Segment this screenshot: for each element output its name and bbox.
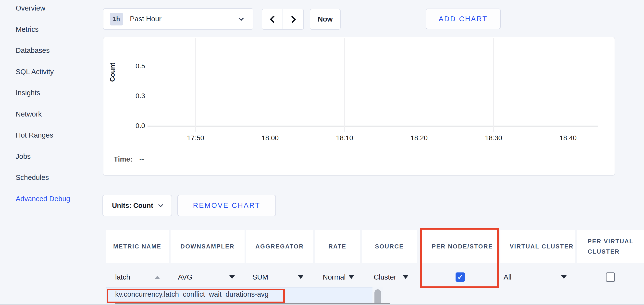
metric-name-value: latch	[115, 273, 130, 281]
virtual-cluster-select[interactable]: All	[500, 263, 576, 291]
sidebar-item-hot-ranges[interactable]: Hot Ranges	[16, 131, 96, 139]
add-chart-button[interactable]: ADD CHART	[426, 8, 501, 29]
x-gridline	[568, 38, 568, 132]
caret-down-icon	[298, 275, 304, 279]
chevron-down-icon	[158, 202, 163, 207]
sidebar-item-metrics[interactable]: Metrics	[16, 25, 96, 33]
units-select-label: Units: Count	[112, 202, 153, 210]
units-select[interactable]: Units: Count	[102, 195, 172, 216]
column-header-virtual-cluster: VIRTUAL CLUSTER	[500, 230, 576, 263]
sidebar-item-advanced-debug[interactable]: Advanced Debug	[16, 195, 96, 203]
sidebar-item-network[interactable]: Network	[16, 110, 96, 118]
sidebar-item-databases[interactable]: Databases	[16, 46, 96, 55]
column-header-metric-name: METRIC NAME	[106, 230, 169, 263]
page-bottom-divider	[0, 304, 644, 305]
sidebar-item-schedules[interactable]: Schedules	[16, 173, 96, 182]
chevron-right-icon	[288, 15, 296, 23]
per-virtual-cluster-checkbox[interactable]	[606, 273, 615, 282]
x-gridline	[419, 38, 419, 132]
metric-suggestion-item[interactable]: kv.concurrency.latch_conflict_wait_durat…	[115, 290, 268, 299]
prev-time-button[interactable]	[262, 9, 282, 29]
time-readout: Time: --	[114, 155, 144, 163]
time-range-label: Past Hour	[130, 15, 162, 23]
column-header-per-node-store: PER NODE/STORE	[422, 230, 499, 263]
column-header-rate: RATE	[315, 230, 360, 263]
sidebar-nav: Overview Metrics Databases SQL Activity …	[16, 4, 96, 203]
x-tick-label: 18:20	[404, 134, 434, 142]
metric-name-input[interactable]: latch	[106, 263, 169, 291]
column-header-per-virtual-cluster: PER VIRTUAL CLUSTER	[577, 230, 644, 263]
aggregator-select[interactable]: SUM	[246, 263, 313, 291]
column-header-downsampler: DOWNSAMPLER	[170, 230, 244, 263]
rate-select[interactable]: Normal	[315, 263, 360, 291]
x-gridline	[493, 38, 494, 132]
column-header-source: SOURCE	[362, 230, 417, 263]
next-time-button[interactable]	[282, 9, 304, 29]
custom-chart-panel: Count 0.50.30.017:5018:0018:1018:2018:30…	[103, 37, 615, 176]
virtual-cluster-value: All	[504, 273, 512, 281]
caret-down-icon	[229, 275, 235, 279]
y-gridline	[148, 66, 598, 66]
caret-down-icon	[403, 275, 408, 279]
y-axis-label: Count	[109, 71, 124, 82]
sidebar-item-insights[interactable]: Insights	[16, 89, 96, 97]
caret-down-icon	[561, 275, 566, 279]
x-gridline	[195, 38, 196, 132]
time-readout-label: Time:	[114, 155, 132, 163]
caret-down-icon	[349, 275, 354, 279]
y-gridline	[148, 126, 598, 127]
time-readout-value: --	[140, 155, 144, 163]
column-header-aggregator: AGGREGATOR	[246, 230, 313, 263]
x-tick-label: 18:40	[553, 134, 583, 142]
per-node-store-checkbox[interactable]: ✓	[456, 273, 465, 282]
downsampler-value: AVG	[178, 273, 192, 281]
y-tick-label: 0.5	[123, 62, 145, 70]
x-tick-label: 18:00	[255, 134, 285, 142]
per-virtual-cluster-cell	[577, 263, 644, 291]
y-gridline	[148, 96, 598, 96]
sidebar-item-jobs[interactable]: Jobs	[16, 152, 96, 161]
time-stepper	[262, 9, 304, 30]
rate-value: Normal	[323, 273, 346, 281]
time-range-picker[interactable]: 1h Past Hour	[103, 8, 254, 30]
per-node-store-cell: ✓	[422, 263, 499, 291]
time-range-badge: 1h	[110, 13, 123, 25]
y-tick-label: 0.3	[123, 92, 145, 100]
source-select[interactable]: Cluster	[362, 263, 417, 291]
x-gridline	[344, 38, 345, 132]
x-tick-label: 17:50	[181, 134, 210, 142]
x-tick-label: 18:30	[479, 134, 508, 142]
chevron-down-icon	[238, 15, 244, 21]
x-tick-label: 18:10	[330, 134, 359, 142]
x-gridline	[270, 38, 270, 132]
now-button[interactable]: Now	[310, 9, 340, 30]
caret-up-icon	[155, 276, 160, 279]
downsampler-select[interactable]: AVG	[170, 263, 244, 291]
source-value: Cluster	[374, 273, 396, 281]
aggregator-value: SUM	[252, 273, 268, 281]
sidebar-item-overview[interactable]: Overview	[16, 4, 96, 12]
sidebar-item-sql-activity[interactable]: SQL Activity	[16, 67, 96, 76]
y-tick-label: 0.0	[123, 122, 145, 129]
chevron-left-icon	[270, 15, 277, 23]
remove-chart-button[interactable]: REMOVE CHART	[178, 195, 276, 216]
